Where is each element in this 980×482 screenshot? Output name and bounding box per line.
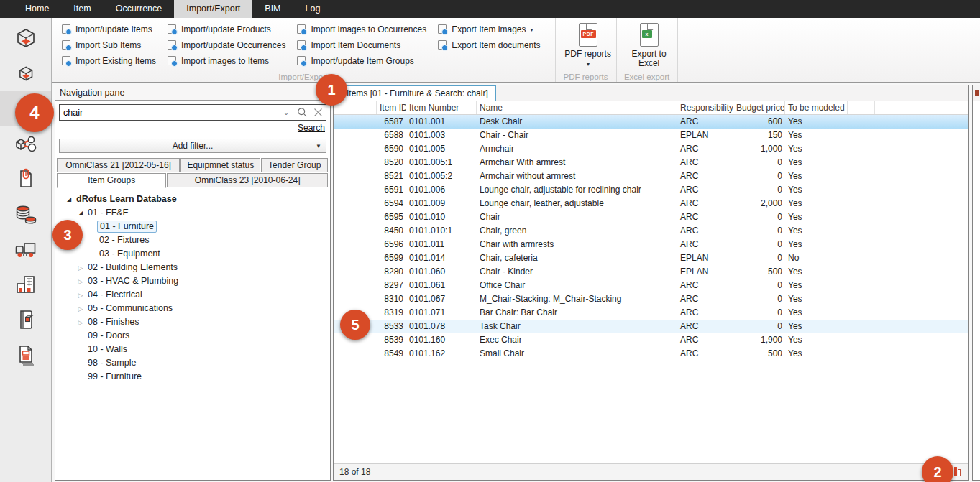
cell: [334, 265, 377, 279]
module-sidebar: [0, 18, 52, 482]
table-row-item-8280[interactable]: 82800101.060Chair - KinderEPLAN500Yes: [334, 265, 968, 279]
sidebar-item-manuals[interactable]: [0, 302, 51, 338]
table-row-item-6591[interactable]: 65910101.006Lounge chair, adjustable for…: [334, 183, 968, 197]
sidebar-item-reports[interactable]: [0, 338, 51, 373]
column-header-item-number[interactable]: Item Number: [406, 101, 477, 114]
tree-node-05-communications[interactable]: ▷05 - Communications: [55, 302, 330, 315]
tree-node-99-furniture[interactable]: 99 - Furniture: [55, 370, 330, 384]
column-header-name[interactable]: Name: [477, 101, 677, 114]
table-row-item-8319[interactable]: 83190101.071Bar Chair: Bar ChairARC0Yes: [334, 306, 968, 320]
ribbon-button-import-update-occurrences[interactable]: Import/update Occurrences: [166, 37, 287, 53]
ribbon-button-import-item-documents[interactable]: Import Item Documents: [296, 37, 428, 53]
tree-node-98-sample[interactable]: 98 - Sample: [55, 356, 330, 370]
sidebar-item-room-data[interactable]: [0, 56, 51, 91]
import-export-icon: [297, 24, 307, 34]
tree-node-10-walls[interactable]: 10 - Walls: [55, 343, 330, 356]
classification-tab-omniclass-21-2012-05-16[interactable]: OmniClass 21 [2012-05-16]: [57, 158, 180, 172]
cell: ARC: [677, 183, 733, 197]
menu-tab-item[interactable]: Item: [61, 0, 103, 18]
clear-search-icon[interactable]: [310, 105, 326, 120]
add-filter-dropdown[interactable]: Add filter... ▼: [59, 139, 326, 153]
tree-node-02-building-elements[interactable]: ▷02 - Building Elements: [55, 261, 330, 274]
search-link[interactable]: Search: [298, 123, 325, 133]
ribbon-button-import-images-to-items[interactable]: Import images to Items: [166, 53, 287, 69]
ribbon-button-import-sub-items[interactable]: Import Sub Items: [60, 37, 157, 53]
sidebar-item-buildings[interactable]: [0, 267, 51, 302]
ribbon-button-import-existing-items[interactable]: Import Existing Items: [60, 53, 157, 69]
menu-tab-occurrence[interactable]: Occurrence: [104, 0, 175, 18]
column-header-to-be-modeled[interactable]: To be modeled: [785, 101, 848, 114]
sidebar-item-finance[interactable]: [0, 197, 51, 232]
tree-expander-icon[interactable]: ▷: [75, 292, 86, 299]
cell: 8520: [377, 156, 406, 170]
tree-expander-icon[interactable]: ◢: [64, 196, 74, 203]
ribbon-group-label: Excel export: [617, 72, 677, 82]
tree-node-drofus-learn-database[interactable]: ◢dRofus Learn Database: [55, 193, 330, 206]
column-header-responsibility[interactable]: Responsibility: [677, 101, 733, 114]
cell: 1,000: [733, 142, 785, 156]
table-row-item-8533[interactable]: 85330101.078Task ChairARC0Yes: [334, 320, 968, 333]
cell: [875, 224, 968, 238]
cell: [334, 210, 377, 224]
search-history-chevron-icon[interactable]: ⌄: [278, 105, 294, 120]
table-row-item-6599[interactable]: 65990101.014Chair, cafeteriaEPLAN0No: [334, 251, 968, 265]
items-tab[interactable]: Items [01 - Furniture & Search: chair]: [339, 85, 496, 101]
classification-tab-omniclass-23-2010-06-24[interactable]: OmniClass 23 [2010-06-24]: [167, 173, 328, 187]
menu-tab-log[interactable]: Log: [293, 0, 333, 18]
tree-node-08-finishes[interactable]: ▷08 - Finishes: [55, 315, 330, 329]
sidebar-item-documents[interactable]: [0, 162, 51, 197]
table-row-item-6594[interactable]: 65940101.009Lounge chair, leather, adjus…: [334, 197, 968, 210]
excel-file-icon: x: [640, 23, 659, 47]
ribbon-button-import-images-to-occurrences[interactable]: Import images to Occurrences: [296, 22, 428, 37]
menu-tab-bim[interactable]: BIM: [252, 0, 293, 18]
table-row-item-6587[interactable]: 65870101.001Desk ChairARC600Yes: [334, 115, 968, 129]
tree-expander-icon[interactable]: ◢: [75, 210, 86, 216]
table-row-item-6588[interactable]: 65880101.003Chair - ChairEPLAN150Yes: [334, 129, 968, 142]
ribbon-button-import-update-products[interactable]: Import/update Products: [166, 22, 287, 37]
column-header-item-id[interactable]: Item ID: [377, 101, 406, 114]
table-row-item-8310[interactable]: 83100101.067M_Chair-Stacking: M_Chair-St…: [334, 292, 968, 306]
tree-expander-icon[interactable]: ▷: [75, 278, 86, 285]
column-header-blank[interactable]: [334, 101, 377, 114]
table-row-item-6590[interactable]: 65900101.005ArmchairARC1,000Yes: [334, 142, 968, 156]
cell: 150: [733, 129, 785, 142]
ribbon-button-export-item-documents[interactable]: Export Item documents: [436, 37, 541, 53]
tree-expander-icon[interactable]: ▷: [75, 319, 86, 326]
search-input[interactable]: [60, 108, 278, 118]
table-row-item-8520[interactable]: 85200101.005:1Armchair With armrestARC0Y…: [334, 156, 968, 170]
tree-node-09-doors[interactable]: 09 - Doors: [55, 329, 330, 343]
table-row-item-8450[interactable]: 84500101.010:1Chair, greenARC0Yes: [334, 224, 968, 238]
menu-tab-import-export[interactable]: Import/Export: [174, 0, 252, 18]
tree-node-03-hvac-plumbing[interactable]: ▷03 - HVAC & Plumbing: [55, 274, 330, 288]
classification-tab-tender-group[interactable]: Tender Group: [261, 158, 328, 172]
ribbon-button-export-item-images[interactable]: Export Item images▾: [436, 22, 541, 37]
table-row-item-8297[interactable]: 82970101.061Office ChairARC0Yes: [334, 279, 968, 292]
classification-tab-equipmnet-status[interactable]: Equipmnet status: [180, 158, 260, 172]
ribbon-button-import-update-items[interactable]: Import/update Items: [60, 22, 157, 37]
export-to-excel-button[interactable]: x Export to Excel: [626, 22, 673, 70]
items-panel: Items [01 - Furniture & Search: chair] I…: [333, 85, 969, 481]
table-row-item-6596[interactable]: 65960101.011Chair with armrestsARC0Yes: [334, 238, 968, 251]
table-row-item-8521[interactable]: 85210101.005:2Armchair without armrestAR…: [334, 170, 968, 183]
tree-node-04-electrical[interactable]: ▷04 - Electrical: [55, 288, 330, 302]
sidebar-item-logistics[interactable]: [0, 232, 51, 267]
ribbon-button-import-update-item-groups[interactable]: Import/update Item Groups: [296, 53, 428, 69]
tree-expander-icon[interactable]: ▷: [75, 305, 86, 312]
classification-tab-item-groups[interactable]: Item Groups: [57, 173, 166, 188]
table-row-item-8539[interactable]: 85390101.160Exec ChairARC1,900Yes: [334, 333, 968, 347]
pdf-reports-button[interactable]: PDF PDF reports ▾: [564, 22, 612, 70]
tree-node-02-fixtures[interactable]: 02 - Fixtures: [55, 233, 330, 247]
table-row-item-6595[interactable]: 65950101.010ChairARC0Yes: [334, 210, 968, 224]
tree-node-01-ff-e[interactable]: ◢01 - FF&E: [55, 206, 330, 220]
tree-node-03-equipment[interactable]: 03 - Equipment: [55, 247, 330, 261]
tree-node-01-furniture[interactable]: 01 - Furniture: [55, 220, 330, 233]
sidebar-item-rooms[interactable]: [0, 21, 51, 56]
menu-tab-home[interactable]: Home: [13, 0, 61, 18]
sidebar-item-products[interactable]: [0, 126, 51, 162]
search-icon[interactable]: [294, 105, 310, 120]
cell: 0101.009: [406, 197, 477, 210]
table-row-item-8549[interactable]: 85490101.162Small ChairARC500Yes: [334, 347, 968, 361]
column-header-budget-price[interactable]: Budget price: [733, 101, 785, 114]
tree-expander-icon[interactable]: ▷: [75, 264, 86, 272]
column-header-blank[interactable]: [848, 101, 875, 114]
